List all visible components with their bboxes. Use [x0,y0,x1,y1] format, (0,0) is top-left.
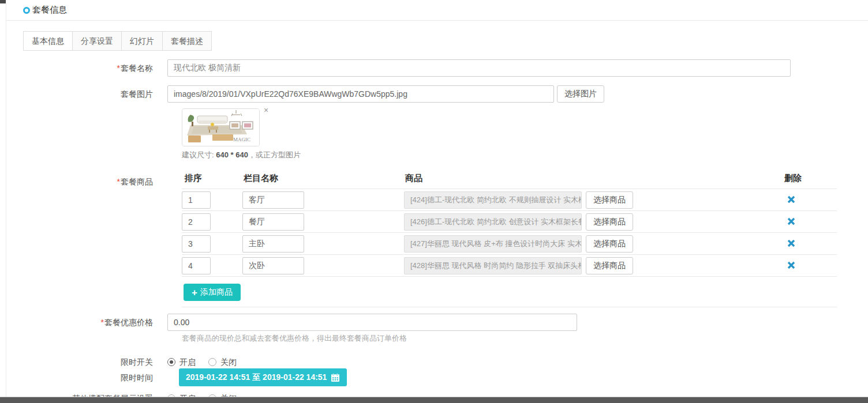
package-price-input[interactable] [167,314,577,331]
choose-product-button[interactable]: 选择商品 [586,235,633,253]
column-name-input[interactable] [242,213,304,231]
remove-image-icon[interactable]: × [264,106,268,114]
svg-text:MAGIC: MAGIC [233,137,250,142]
page-title: 套餐信息 [32,5,67,16]
product-value: [427]华丽思 现代风格 皮+布 撞色设计时尚大床 实木框架1.8米双人床; [404,235,582,253]
limit-switch-on-option[interactable]: 开启 [167,356,196,368]
package-thumbnail-image: MAGIC [182,108,260,146]
tab-slideshow[interactable]: 幻灯片 [121,31,163,51]
products-table: 排序 栏目名称 商品 删除 [424]德工-现代北欧 简约北欧 不规则抽屉设计 … [182,172,837,277]
sort-input[interactable] [182,191,211,209]
choose-product-button[interactable]: 选择商品 [586,213,633,231]
section-divider [182,307,837,307]
header-column-name: 栏目名称 [244,173,278,184]
choose-product-button[interactable]: 选择商品 [586,191,633,209]
scrollbar-corner-artifact [0,0,6,3]
delete-product-icon[interactable] [787,239,796,248]
package-image-path-input[interactable] [167,85,554,103]
required-mark: * [117,63,120,73]
limit-switch-off-option[interactable]: 关闭 [208,356,237,368]
package-price-label: *套餐优惠价格 [23,314,167,331]
products-table-header: 排序 栏目名称 商品 删除 [182,172,837,189]
package-products-label: *套餐商品 [23,173,167,190]
limit-switch-row: 限时开关 开启 关闭 [0,356,237,368]
choose-product-button[interactable]: 选择商品 [586,257,633,274]
header-sort: 排序 [185,173,202,184]
limit-time-row: 限时时间 [0,372,167,383]
limit-switch-options: 开启 关闭 [167,356,237,368]
horizontal-scrollbar[interactable] [0,397,868,403]
column-name-input[interactable] [242,235,304,253]
product-row: [424]德工-现代北欧 简约北欧 不规则抽屉设计 实木框架 收纳柜/二斗柜;[… [182,189,837,211]
package-edit-page: 套餐信息 基本信息 分享设置 幻灯片 套餐描述 *套餐名称 套餐图片 选择图片 [0,0,868,403]
product-row: [428]华丽思 现代风格 时尚简约 隐形拉手 双抽床头柜 烤漆二斗柜; 选择商… [182,255,837,277]
radio-off-icon[interactable] [208,358,216,366]
product-row: [427]华丽思 现代风格 皮+布 撞色设计时尚大床 实木框架1.8米双人床; … [182,233,837,255]
package-name-input[interactable] [167,59,791,77]
image-preview-wrap: MAGIC × [182,108,260,146]
sort-input[interactable] [182,213,211,231]
package-products-label-row: *套餐商品 [0,173,167,190]
product-value: [426]德工-现代北欧 简约北欧 创意设计 实木框架长餐台餐桌 一桌四椅/六椅 [404,213,582,231]
tab-package-description[interactable]: 套餐描述 [162,31,212,51]
plus-icon: + [192,288,197,297]
header-delete: 删除 [784,173,802,184]
package-image-label: 套餐图片 [23,85,167,103]
limit-time-label: 限时时间 [23,372,167,383]
limit-switch-label: 限时开关 [23,356,167,368]
tab-basic-info[interactable]: 基本信息 [23,31,73,51]
package-name-row: *套餐名称 [0,59,791,77]
product-value: [428]华丽思 现代风格 时尚简约 隐形拉手 双抽床头柜 烤漆二斗柜; [404,257,582,274]
column-name-input[interactable] [242,191,304,209]
radio-on-icon[interactable] [167,358,175,366]
price-hint: 套餐商品的现价总和减去套餐优惠价格，得出最终套餐商品订单价格 [182,333,407,344]
required-mark: * [101,318,104,327]
delete-product-icon[interactable] [787,261,796,270]
package-price-row: *套餐优惠价格 [0,314,577,331]
limit-time-range-button[interactable]: 2019-01-22 14:51 至 2019-01-22 14:51 [179,368,347,386]
calendar-icon [331,373,340,382]
product-row: [426]德工-现代北欧 简约北欧 创意设计 实木框架长餐台餐桌 一桌四椅/六椅… [182,211,837,233]
column-name-input[interactable] [242,257,304,274]
image-size-hint: 建议尺寸: 640 * 640，或正方型图片 [182,150,301,160]
choose-image-button[interactable]: 选择图片 [557,85,604,103]
panel-left-border [6,0,6,403]
circle-icon [23,7,30,14]
add-product-button[interactable]: + 添加商品 [184,284,241,301]
page-header: 套餐信息 [6,0,868,21]
tab-bar: 基本信息 分享设置 幻灯片 套餐描述 [23,31,212,51]
required-mark: * [117,177,120,186]
header-product: 商品 [405,173,422,184]
delete-product-icon[interactable] [787,217,796,226]
package-name-label: *套餐名称 [23,59,167,77]
delete-product-icon[interactable] [787,195,796,204]
sort-input[interactable] [182,235,211,253]
sort-input[interactable] [182,257,211,274]
tab-share-settings[interactable]: 分享设置 [72,31,122,51]
package-image-row: 套餐图片 选择图片 [0,85,604,103]
product-value: [424]德工-现代北欧 简约北欧 不规则抽屉设计 实木框架 收纳柜/二斗柜;[… [404,191,582,209]
